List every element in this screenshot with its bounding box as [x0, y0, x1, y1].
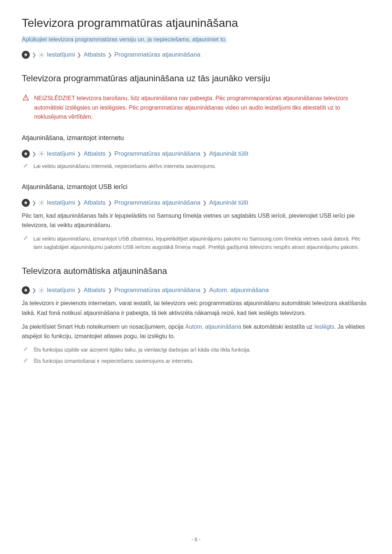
breadcrumb-software-update: Programmatūras atjaunināšana [114, 199, 200, 206]
chevron-icon: ❯ [108, 52, 112, 58]
warning-block: NEIZSLĒDZIET televizora barošanu, līdz a… [22, 94, 370, 122]
breadcrumb-settings: Iestatījumi [47, 199, 75, 206]
breadcrumb-software-update: Programmatūras atjaunināšana [114, 287, 200, 294]
chevron-icon: ❯ [32, 151, 36, 157]
breadcrumb-update-now: Atjaunināt tūlīt [209, 199, 248, 206]
page-number: - 6 - [0, 537, 392, 542]
home-icon [22, 150, 30, 158]
chevron-icon: ❯ [203, 200, 207, 206]
breadcrumb-support: Atbalsts [83, 199, 105, 206]
note-text: Lai veiktu atjaunināšanu, izmantojot USB… [33, 235, 370, 251]
gear-icon [38, 52, 45, 58]
svg-point-5 [41, 290, 42, 291]
breadcrumb-update-now: Atjaunināt tūlīt [209, 150, 248, 157]
breadcrumb-support: Atbalsts [83, 150, 105, 157]
note-text: Lai veiktu atjaunināšanu internetā, nepi… [33, 162, 216, 171]
inline-link-on: Ieslēgts [314, 324, 334, 330]
gear-icon [38, 287, 45, 294]
chevron-icon: ❯ [108, 287, 112, 293]
section-heading: Televizora programmatūras atjaunināšana … [22, 73, 370, 83]
body-text: Pēc tam, kad atjaunināšanas fails ir lej… [22, 211, 370, 230]
breadcrumb-support: Atbalsts [83, 51, 105, 58]
home-icon [22, 286, 30, 294]
chevron-icon: ❯ [32, 287, 36, 293]
breadcrumb-settings: Iestatījumi [47, 51, 75, 58]
gear-icon [38, 151, 45, 157]
gear-icon [38, 200, 45, 206]
chevron-icon: ❯ [77, 52, 81, 58]
body-text: Ja piekritīsiet Smart Hub noteikumiem un… [22, 322, 370, 341]
chevron-icon: ❯ [203, 287, 207, 293]
note-block: Šīs funkcijas izpilde var aizņemt ilgāku… [22, 346, 370, 354]
chevron-icon: ❯ [77, 200, 81, 206]
chevron-icon: ❯ [108, 151, 112, 157]
subsection-heading: Atjaunināšana, izmantojot internetu [22, 134, 370, 142]
chevron-icon: ❯ [32, 52, 36, 58]
page-title: Televizora programmatūras atjaunināšana [22, 16, 370, 30]
breadcrumb-settings: Iestatījumi [47, 287, 75, 294]
home-icon [22, 199, 30, 207]
svg-point-3 [41, 153, 42, 155]
note-block: Šīs funkcijas izmantošanai ir nepiecieša… [22, 357, 370, 365]
body-fragment: tiek automātiski iestatīta uz [241, 324, 314, 330]
body-text: Ja televizors ir pievienots internetam, … [22, 299, 370, 318]
warning-text: NEIZSLĒDZIET televizora barošanu, līdz a… [34, 94, 370, 122]
chevron-icon: ❯ [32, 200, 36, 206]
pencil-icon [23, 163, 28, 171]
inline-link-auto-update: Autom. atjaunināšana [185, 324, 241, 330]
breadcrumb-internet: ❯ Iestatījumi ❯ Atbalsts ❯ Programmatūra… [22, 150, 370, 158]
breadcrumb-software-update: Programmatūras atjaunināšana [114, 51, 200, 58]
pencil-icon [23, 346, 28, 354]
note-text: Šīs funkcijas izpilde var aizņemt ilgāku… [33, 346, 251, 354]
body-fragment: Ja piekritīsiet Smart Hub noteikumiem un… [22, 324, 185, 330]
home-icon [22, 51, 30, 59]
pencil-icon [23, 358, 28, 365]
chevron-icon: ❯ [108, 200, 112, 206]
breadcrumb-support: Atbalsts [83, 287, 105, 294]
breadcrumb-software-update: Programmatūras atjaunināšana [114, 150, 200, 157]
breadcrumb-usb: ❯ Iestatījumi ❯ Atbalsts ❯ Programmatūra… [22, 199, 370, 207]
svg-point-0 [41, 54, 42, 56]
svg-point-4 [41, 202, 42, 204]
breadcrumb-settings: Iestatījumi [47, 150, 75, 157]
breadcrumb-auto: ❯ Iestatījumi ❯ Atbalsts ❯ Programmatūra… [22, 286, 370, 294]
section-heading: Televizora automātiska atjaunināšana [22, 266, 370, 276]
note-text: Šīs funkcijas izmantošanai ir nepiecieša… [33, 357, 194, 365]
note-block: Lai veiktu atjaunināšanu internetā, nepi… [22, 162, 370, 171]
warning-icon [23, 94, 29, 122]
breadcrumb-main: ❯ Iestatījumi ❯ Atbalsts ❯ Programmatūra… [22, 51, 370, 59]
chevron-icon: ❯ [77, 287, 81, 293]
chevron-icon: ❯ [77, 151, 81, 157]
note-block: Lai veiktu atjaunināšanu, izmantojot USB… [22, 235, 370, 251]
intro-text: Aplūkojiet televizora programmatūras ver… [22, 36, 227, 43]
chevron-icon: ❯ [203, 151, 207, 157]
breadcrumb-auto-update: Autom. atjaunināšana [209, 287, 269, 294]
subsection-heading: Atjaunināšana, izmantojot USB ierīci [22, 183, 370, 191]
pencil-icon [23, 235, 28, 251]
